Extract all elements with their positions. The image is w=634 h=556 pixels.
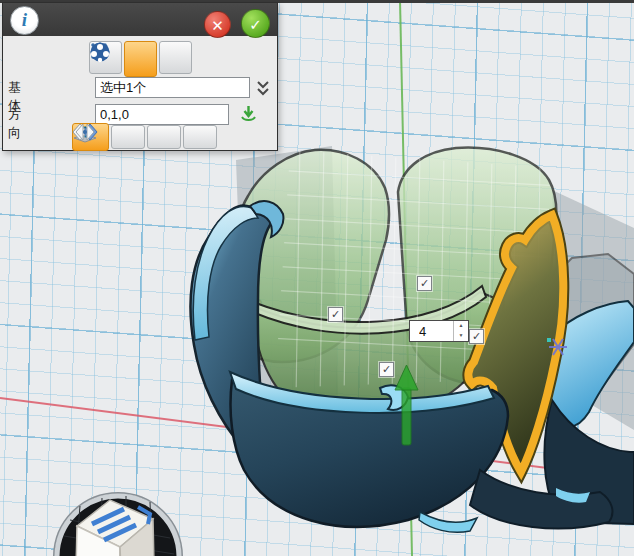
count-spinner[interactable]: ▲ ▼ (453, 321, 468, 341)
info-icon[interactable]: i (10, 6, 39, 35)
pattern-count-input[interactable] (410, 321, 453, 341)
symmetry-option-2-button[interactable] (147, 125, 181, 149)
direction-field-label: 方向 (8, 106, 21, 142)
circular-pattern-dialog: i ✕ ✓ 基体 (2, 2, 278, 151)
pattern-instance-checkbox[interactable]: ✓ (328, 307, 343, 322)
confirm-button[interactable]: ✓ (241, 9, 270, 38)
view-home-widget[interactable] (40, 480, 200, 556)
pick-direction-icon[interactable] (240, 105, 257, 123)
pattern-type-tabs (89, 41, 192, 77)
pattern-instance-checkbox[interactable]: ✓ (417, 276, 432, 291)
direction-arrow[interactable] (395, 365, 418, 445)
symmetry-option-3-button[interactable] (183, 125, 217, 149)
cancel-button[interactable]: ✕ (204, 11, 231, 38)
spinner-down-icon[interactable]: ▼ (454, 331, 468, 341)
diamond-split-icon (72, 123, 98, 141)
pattern-instance-checkbox[interactable]: ✓ (469, 329, 484, 344)
symmetry-option-1-button[interactable] (111, 125, 145, 149)
direction-input[interactable] (95, 104, 229, 125)
pattern-option-buttons (72, 123, 217, 151)
base-selection-input[interactable] (95, 77, 250, 98)
spinner-up-icon[interactable]: ▲ (454, 321, 468, 331)
pattern-count-field[interactable]: ▲ ▼ (409, 320, 469, 342)
expand-chevrons-icon[interactable] (256, 79, 270, 97)
circular-pattern-button[interactable] (124, 41, 157, 77)
spherical-pattern-button[interactable] (159, 41, 192, 74)
sphere-pattern-icon (89, 41, 111, 63)
dialog-titlebar: i ✕ ✓ (3, 3, 277, 36)
snap-point-marker (547, 338, 567, 355)
pattern-instance-checkbox[interactable]: ✓ (379, 362, 394, 377)
